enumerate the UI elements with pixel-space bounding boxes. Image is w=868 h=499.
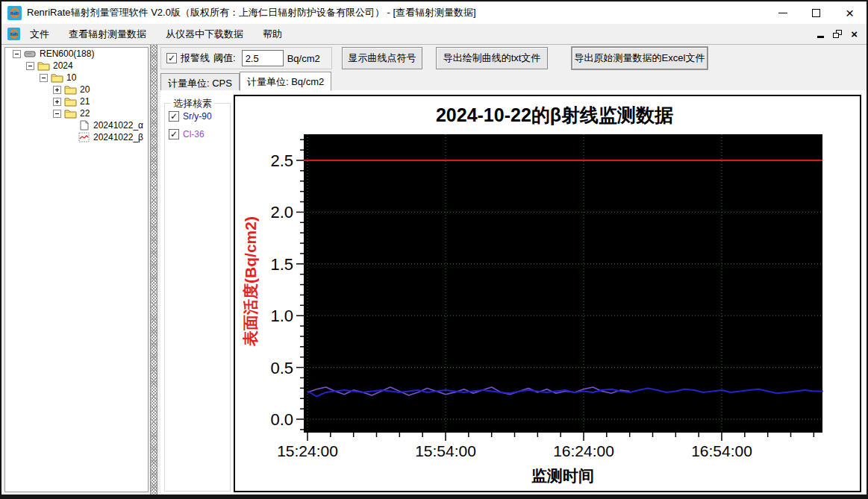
tree-expand-collapse-icon[interactable] — [26, 62, 34, 70]
tree-item-label: REN600(188) — [40, 48, 94, 59]
menu-item-file[interactable]: 文件 — [20, 25, 59, 44]
tree-item-label: 20 — [80, 84, 90, 95]
mdi-child-logo-icon: RnRi — [7, 28, 20, 40]
mdi-restore-button[interactable] — [833, 30, 842, 38]
mdi-close-button[interactable]: × — [851, 28, 858, 40]
tree-item-label: 10 — [66, 72, 76, 83]
beta-monitor-chart: 2024-10-22的β射线监测数据0.00.51.01.52.02.515:2… — [234, 95, 861, 492]
y-tick-label: 1.0 — [270, 307, 293, 325]
tree-item-2024[interactable]: 2024 — [5, 60, 148, 72]
tree-expand-expand-icon[interactable] — [53, 86, 61, 94]
y-axis-title: 表面活度(Bq/cm2) — [242, 216, 259, 347]
tree-chart-icon — [78, 132, 90, 142]
nuclide-item-Cl-36: ✓Cl-36 — [169, 129, 230, 139]
alarm-line-label: 报警线 — [181, 51, 210, 65]
menu-bar: RnRi 文件 查看辐射测量数据 从仪器中下载数据 帮助 × — [1, 24, 867, 45]
export-excel-button[interactable]: 导出原始测量数据的Excel文件 — [572, 47, 708, 69]
app-window: RnRi RenriRate辐射剂量管理软件 V2.0版（版权所有：上海仁日辐射… — [0, 0, 868, 499]
y-tick-label: 2.0 — [270, 203, 293, 222]
y-tick-label: 2.5 — [270, 151, 293, 170]
tree-folder-icon — [64, 84, 77, 95]
tab-unit-cps[interactable]: 计量单位: CPS — [160, 73, 240, 91]
chart-title: 2024-10-22的β射线监测数据 — [436, 104, 673, 125]
nuclide-label: Sr/y-90 — [183, 111, 212, 122]
nuclide-item-Sr/y-90: ✓Sr/y-90 — [169, 111, 230, 122]
export-txt-button[interactable]: 导出绘制曲线的txt文件 — [436, 47, 548, 69]
threshold-unit-label: Bq/cm2 — [287, 53, 320, 64]
tree-expand-collapse-icon[interactable] — [53, 110, 61, 118]
nuclide-select-group: 选择核素 ✓Sr/y-90✓Cl-36 — [164, 103, 231, 492]
tree-item-22[interactable]: 22 — [5, 107, 148, 119]
unit-tabstrip: 计量单位: CPS 计量单位: Bq/cm2 — [160, 72, 867, 91]
x-tick-label: 15:54:00 — [415, 442, 476, 459]
tree-expand-collapse-icon[interactable] — [13, 50, 21, 58]
tree-item-10[interactable]: 10 — [5, 72, 148, 84]
y-tick-label: 0.0 — [270, 410, 293, 429]
close-button[interactable]: × — [833, 1, 867, 24]
nuclide-group-title: 选择核素 — [171, 97, 214, 110]
maximize-button[interactable] — [799, 1, 833, 24]
tree-item-20[interactable]: 20 — [5, 84, 148, 95]
tree-item-label: 21 — [80, 96, 90, 107]
tree-item-REN600(188)[interactable]: REN600(188) — [5, 48, 148, 60]
minimize-icon — [778, 13, 787, 13]
minimize-button[interactable] — [766, 1, 799, 24]
close-icon: × — [846, 6, 854, 20]
app-logo-icon: RnRi — [7, 6, 22, 20]
plot-area — [304, 134, 822, 433]
tree-item-20241022_α[interactable]: 20241022_α — [5, 119, 148, 131]
nuclide-checkbox-Cl-36[interactable]: ✓ — [169, 129, 179, 139]
nuclide-checkbox-Sr/y-90[interactable]: ✓ — [169, 111, 179, 122]
x-tick-label: 15:24:00 — [277, 442, 338, 459]
menu-item-download[interactable]: 从仪器中下载数据 — [156, 25, 253, 44]
tree-item-label: 22 — [80, 108, 90, 119]
tree-folder-icon — [51, 72, 63, 83]
svg-text:RnRi: RnRi — [10, 33, 17, 37]
tree-doc-icon — [78, 120, 90, 131]
panel-splitter[interactable] — [150, 45, 157, 495]
threshold-label: 阈值: — [213, 51, 236, 65]
threshold-input[interactable] — [242, 50, 284, 66]
y-tick-label: 0.5 — [270, 359, 293, 377]
show-curve-points-button[interactable]: 显示曲线点符号 — [342, 47, 422, 69]
tree-device-icon — [24, 48, 37, 59]
title-bar: RnRi RenriRate辐射剂量管理软件 V2.0版（版权所有：上海仁日辐射… — [1, 1, 867, 24]
tree-item-label: 20241022_α — [93, 120, 143, 131]
x-tick-label: 16:24:00 — [553, 442, 614, 459]
tree-folder-icon — [64, 108, 77, 119]
alarm-line-group: ✓ 报警线 阈值: Bq/cm2 — [160, 47, 332, 69]
y-tick-label: 1.5 — [270, 255, 293, 274]
tree-expand-expand-icon[interactable] — [53, 98, 61, 106]
tree-expand-collapse-icon[interactable] — [40, 74, 48, 82]
tree-folder-icon — [64, 96, 77, 107]
menu-item-view-data[interactable]: 查看辐射测量数据 — [59, 25, 156, 44]
x-axis-title: 监测时间 — [531, 467, 594, 484]
maximize-icon — [812, 9, 820, 17]
tab-unit-bqcm2[interactable]: 计量单位: Bq/cm2 — [240, 72, 331, 91]
mdi-minimize-button[interactable] — [817, 36, 824, 38]
window-title: RenriRate辐射剂量管理软件 V2.0版（版权所有：上海仁日辐射防护设备有… — [27, 6, 476, 19]
alarm-line-checkbox[interactable]: ✓ — [166, 53, 177, 63]
menu-item-help[interactable]: 帮助 — [253, 25, 292, 44]
tree-item-21[interactable]: 21 — [5, 95, 148, 107]
measurement-tree: REN600(188)20241020212220241022_α2024102… — [4, 47, 149, 492]
nuclide-label: Cl-36 — [183, 129, 204, 139]
tree-item-20241022_β[interactable]: 20241022_β — [5, 131, 148, 143]
tree-folder-icon — [37, 60, 50, 71]
tree-item-label: 2024 — [53, 60, 73, 71]
x-tick-label: 16:54:00 — [691, 442, 752, 459]
svg-text:RnRi: RnRi — [10, 11, 19, 16]
tree-item-label: 20241022_β — [93, 132, 143, 142]
